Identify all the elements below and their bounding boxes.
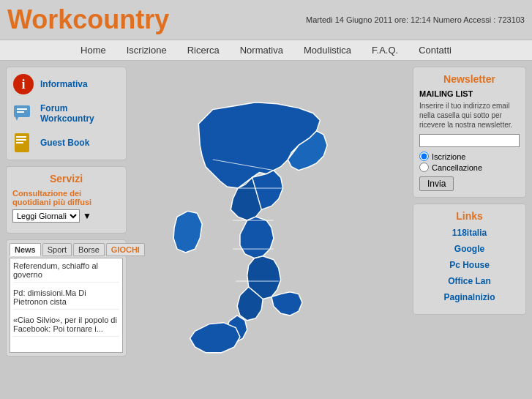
dropdown-arrow: ▼: [83, 211, 91, 221]
links-title: Links: [419, 210, 520, 222]
radio-cancellazione[interactable]: [419, 163, 429, 172]
informativa-label: Informativa: [40, 79, 88, 89]
nav-ricerca[interactable]: Ricerca: [187, 45, 220, 56]
nav-faq[interactable]: F.A.Q.: [372, 45, 398, 56]
link-pchouse[interactable]: Pc House: [419, 260, 520, 270]
guestbook-icon: [12, 132, 34, 154]
dropdown-row: Leggi Giornali ▼: [12, 209, 120, 223]
mailing-list-label: MAILING LIST: [419, 89, 520, 98]
link-google[interactable]: Google: [419, 244, 520, 254]
main-content: i Informativa Forum Workcountry: [0, 61, 532, 380]
svg-marker-5: [15, 117, 18, 121]
news-item-3[interactable]: «Ciao Silvio», per il popolo di Facebook…: [13, 316, 119, 337]
forum-item[interactable]: Forum Workcountry: [12, 102, 120, 124]
svg-rect-4: [17, 111, 24, 113]
newsletter-section: Newsletter MAILING LIST Inserire il tuo …: [413, 67, 526, 198]
servizi-title: Servizi: [12, 173, 120, 184]
nav-normativa[interactable]: Normativa: [240, 45, 283, 56]
info-section: i Informativa Forum Workcountry: [6, 67, 127, 160]
nav-contatti[interactable]: Contatti: [419, 45, 452, 56]
news-item-1[interactable]: Referendum, schiaffo al governo: [13, 261, 119, 283]
link-officelan[interactable]: Office Lan: [419, 276, 520, 286]
news-item-2[interactable]: Pd: dimissioni.Ma Di Pietronon cista: [13, 288, 119, 310]
svg-rect-8: [16, 139, 26, 141]
svg-text:i: i: [21, 77, 25, 92]
servizi-section: Servizi Consultazione dei quotidiani più…: [6, 166, 127, 234]
radio-cancellazione-row: Cancellazione: [419, 163, 520, 172]
radio-iscrizione-label: Iscrizione: [432, 152, 465, 161]
svg-rect-9: [16, 142, 23, 143]
tab-borse[interactable]: Borse: [73, 243, 105, 256]
datetime: Martedi 14 Giugno 2011 ore: 12:14 Numero…: [306, 15, 525, 24]
navigation: Home Iscrizione Ricerca Normativa Moduli…: [0, 40, 532, 61]
news-box: Referendum, schiaffo al governo Pd: dimi…: [10, 258, 123, 353]
info-icon: i: [12, 73, 34, 95]
svg-rect-7: [16, 136, 26, 138]
forum-icon: [12, 102, 34, 124]
header: Workcountry Martedi 14 Giugno 2011 ore: …: [0, 0, 532, 40]
nav-modulistica[interactable]: Modulistica: [304, 45, 351, 56]
links-section: Links 118italia Google Pc House Office L…: [413, 204, 526, 315]
logo[interactable]: Workcountry: [7, 4, 169, 35]
guestbook-label: Guest Book: [40, 138, 89, 148]
nav-home[interactable]: Home: [80, 45, 106, 56]
svg-rect-3: [17, 108, 27, 110]
tab-news[interactable]: News: [10, 243, 41, 256]
tab-sport[interactable]: Sport: [42, 243, 72, 256]
newsletter-title: Newsletter: [419, 73, 520, 85]
link-paginalnizio[interactable]: Paginalnizio: [419, 292, 520, 302]
newsletter-desc: Inserire il tuo indirizzo email nella ca…: [419, 101, 520, 130]
guestbook-item[interactable]: Guest Book: [12, 132, 120, 154]
invia-button[interactable]: Invia: [419, 176, 454, 191]
radio-group: Iscrizione Cancellazione: [419, 152, 520, 172]
news-section: News Sport Borse GIOCHI Referendum, schi…: [6, 239, 127, 357]
link-118italia[interactable]: 118italia: [419, 228, 520, 238]
left-sidebar: i Informativa Forum Workcountry: [6, 67, 127, 374]
radio-cancellazione-label: Cancellazione: [432, 163, 482, 172]
forum-label: Forum Workcountry: [40, 103, 120, 124]
right-sidebar: Newsletter MAILING LIST Inserire il tuo …: [413, 67, 526, 374]
radio-iscrizione-row: Iscrizione: [419, 152, 520, 161]
giornali-select[interactable]: Leggi Giornali: [12, 209, 80, 223]
center-content: [132, 67, 407, 374]
news-tabs: News Sport Borse GIOCHI: [10, 243, 123, 256]
radio-iscrizione[interactable]: [419, 152, 429, 161]
informativa-item[interactable]: i Informativa: [12, 73, 120, 95]
nav-iscrizione[interactable]: Iscrizione: [127, 45, 167, 56]
email-input[interactable]: [419, 134, 520, 147]
consultazione-label: Consultazione dei quotidiani più diffusi: [12, 189, 120, 206]
italy-map: [153, 67, 387, 374]
